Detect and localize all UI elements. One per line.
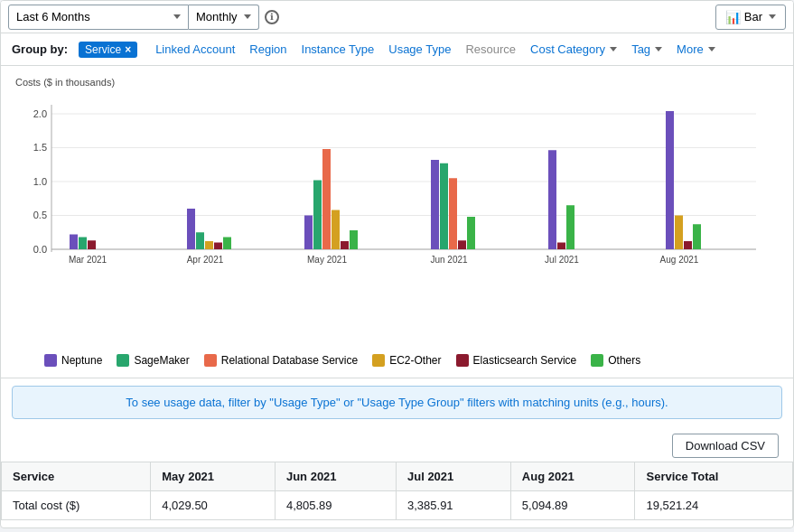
col-total: Service Total [635,462,793,491]
legend-sagemaker: SageMaker [117,354,189,367]
granularity-chevron [244,14,251,19]
legend-ec2: EC2-Other [372,354,441,367]
svg-rect-42 [693,224,701,249]
tag-dropdown[interactable]: Tag [624,41,669,58]
info-box-text: To see usage data, filter by "Usage Type… [126,396,668,409]
svg-text:May 2021: May 2021 [307,255,347,265]
group-by-bar: Group by: Service × Linked Account Regio… [1,33,793,66]
cell-jun: 4,805.89 [275,491,396,520]
svg-text:Jul 2021: Jul 2021 [545,255,579,265]
instance-type-link[interactable]: Instance Type [294,41,382,58]
col-service: Service [2,462,151,491]
svg-text:1.0: 1.0 [33,176,47,187]
svg-rect-33 [467,217,475,249]
service-tag[interactable]: Service × [79,42,137,58]
others-label: Others [608,354,640,367]
top-toolbar: Last 6 Months Monthly ℹ 📊 Bar [1,1,793,33]
col-jul: Jul 2021 [396,462,510,491]
others-color [591,354,603,367]
cost-category-chevron [610,47,617,51]
service-tag-remove[interactable]: × [125,43,131,56]
table-row: Total cost ($) 4,029.50 4,805.89 3,385.9… [2,491,793,520]
tag-label: Tag [631,42,650,56]
cell-aug: 5,094.89 [510,491,635,520]
bar-chart-icon: 📊 [725,10,741,24]
download-csv-button[interactable]: Download CSV [672,434,779,458]
svg-text:Mar 2021: Mar 2021 [69,255,107,265]
data-table: Service May 2021 Jun 2021 Jul 2021 Aug 2… [1,462,793,520]
svg-rect-22 [304,216,313,250]
rds-label: Relational Database Service [221,354,358,367]
legend-others: Others [591,354,640,367]
legend-neptune: Neptune [44,354,102,367]
resource-link[interactable]: Resource [458,41,523,58]
svg-rect-39 [666,111,674,249]
neptune-label: Neptune [61,354,102,367]
svg-rect-16 [187,209,195,249]
more-button[interactable]: More [669,41,723,58]
svg-rect-23 [313,181,322,250]
col-may: May 2021 [151,462,276,491]
chart-container: Costs ($ in thousands) 2.0 1.5 1.0 0.5 0… [1,66,793,378]
svg-rect-18 [205,241,213,249]
sagemaker-label: SageMaker [134,354,189,367]
chart-type-chevron [769,14,776,19]
svg-text:2.0: 2.0 [33,108,47,119]
svg-text:Apr 2021: Apr 2021 [187,255,224,265]
elasticsearch-label: Elasticsearch Service [473,354,577,367]
cost-category-label: Cost Category [530,42,605,56]
svg-text:1.5: 1.5 [33,142,47,153]
svg-rect-35 [548,150,556,249]
group-by-label: Group by: [12,42,68,56]
svg-rect-14 [88,240,96,249]
ec2-label: EC2-Other [389,354,441,367]
legend-elasticsearch: Elasticsearch Service [456,354,577,367]
service-tag-label: Service [85,43,121,56]
toolbar-right: 📊 Bar [715,5,786,30]
svg-rect-12 [70,235,78,250]
table-header-row: Service May 2021 Jun 2021 Jul 2021 Aug 2… [2,462,793,491]
info-icon[interactable]: ℹ [265,10,279,24]
tag-chevron [655,47,662,51]
col-aug: Aug 2021 [510,462,635,491]
chart-type-button[interactable]: 📊 Bar [715,5,786,30]
main-container: Last 6 Months Monthly ℹ 📊 Bar Group by: … [0,0,794,528]
elasticsearch-color [456,354,469,367]
svg-rect-41 [684,241,692,249]
svg-rect-37 [566,205,574,249]
usage-type-link[interactable]: Usage Type [381,41,458,58]
svg-rect-31 [449,178,457,249]
svg-rect-24 [322,149,331,249]
cell-jul: 3,385.91 [396,491,510,520]
linked-account-link[interactable]: Linked Account [148,41,242,58]
y-axis-label: Costs ($ in thousands) [15,77,779,88]
cell-service: Total cost ($) [2,491,151,520]
svg-rect-17 [196,232,204,249]
chart-area: 2.0 1.5 1.0 0.5 0.0 Mar 2021 [15,91,779,347]
svg-rect-29 [431,160,439,249]
neptune-color [44,354,57,367]
info-box: To see usage data, filter by "Usage Type… [12,386,782,419]
svg-rect-13 [79,238,87,250]
cost-category-dropdown[interactable]: Cost Category [523,41,624,58]
time-range-select[interactable]: Last 6 Months [8,5,189,30]
rds-color [204,354,217,367]
time-range-chevron [173,14,181,19]
data-table-container: Service May 2021 Jun 2021 Jul 2021 Aug 2… [1,462,793,527]
svg-rect-19 [214,243,222,250]
chart-legend: Neptune SageMaker Relational Database Se… [15,347,779,370]
svg-rect-25 [332,210,340,250]
toolbar-left: Last 6 Months Monthly ℹ [8,5,712,30]
granularity-select[interactable]: Monthly [189,5,259,30]
svg-rect-32 [458,240,466,249]
group-links: Linked Account Region Instance Type Usag… [148,41,723,58]
svg-rect-40 [675,216,683,250]
svg-rect-20 [223,238,231,250]
svg-rect-30 [440,163,448,249]
granularity-label: Monthly [196,10,238,23]
cell-may: 4,029.50 [151,491,276,520]
region-link[interactable]: Region [242,41,294,58]
svg-text:Aug 2021: Aug 2021 [660,255,699,265]
svg-rect-36 [557,243,565,250]
svg-rect-26 [341,241,349,249]
